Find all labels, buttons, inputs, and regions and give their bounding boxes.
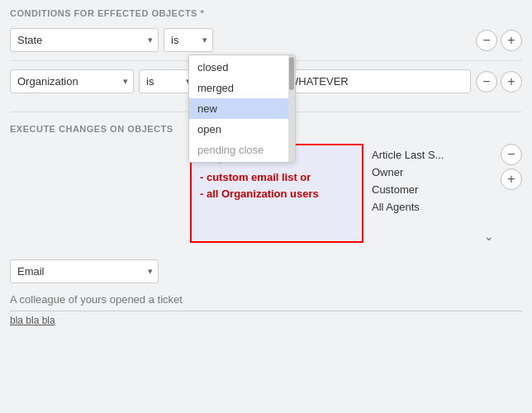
dropdown-item-pending[interactable]: pending close — [189, 140, 295, 160]
org-select-wrapper[interactable]: Organization — [10, 69, 134, 93]
conditions-section: CONDITIONS FOR EFFECTED OBJECTS * State … — [0, 0, 532, 108]
right-list-item-article[interactable]: Article Last S... — [368, 147, 494, 163]
row2-minus-button[interactable]: − — [476, 71, 497, 93]
row1-buttons: − + — [476, 30, 522, 51]
right-list-item-all-agents[interactable]: All Agents — [368, 199, 494, 215]
subject-input[interactable] — [10, 288, 522, 311]
recipients-text: - cutstom email list or- all Organizatio… — [200, 169, 354, 204]
org-select[interactable]: Organization — [10, 69, 134, 93]
row1-plus-button[interactable]: + — [501, 30, 522, 51]
email-row: Email — [10, 259, 183, 283]
row1-minus-button[interactable]: − — [476, 30, 497, 51]
chevron-down-icon[interactable]: ⌄ — [368, 223, 494, 243]
execute-bottom: bla bla bla — [0, 288, 532, 336]
left-panel: Email — [10, 144, 183, 283]
execute-minus-button[interactable]: − — [501, 144, 522, 165]
right-list-item-owner[interactable]: Owner — [368, 164, 494, 180]
body-text: bla bla bla — [10, 311, 522, 330]
row2-buttons: − + — [476, 71, 522, 93]
conditions-label: CONDITIONS FOR EFFECTED OBJECTS * — [0, 0, 532, 23]
dropdown-item-closed[interactable]: closed — [189, 57, 295, 78]
dropdown-item-new[interactable]: new — [189, 98, 295, 119]
right-list: Article Last S... Owner Customer All Age… — [368, 144, 494, 223]
dropdown-items-list: closed merged new open pending close — [189, 55, 295, 162]
email-select-wrapper[interactable]: Email — [10, 259, 159, 283]
dropdown-scrollbar[interactable] — [288, 55, 295, 162]
state-select[interactable]: State — [10, 28, 159, 52]
state-select-wrapper[interactable]: State — [10, 28, 159, 52]
condition-row-1: State is closed merged new open pending … — [0, 23, 532, 57]
email-select[interactable]: Email — [10, 259, 159, 283]
dropdown-item-merged[interactable]: merged — [189, 78, 295, 98]
whatever-input[interactable] — [281, 69, 471, 93]
row2-plus-button[interactable]: + — [501, 71, 522, 93]
right-panel: Article Last S... Owner Customer All Age… — [368, 144, 494, 243]
right-list-item-customer[interactable]: Customer — [368, 182, 494, 197]
execute-buttons: − + — [501, 144, 522, 193]
execute-plus-button[interactable]: + — [501, 169, 522, 190]
dropdown-item-open[interactable]: open — [189, 119, 295, 140]
state-dropdown-popup: closed merged new open pending close — [188, 55, 296, 163]
left-spacer — [10, 144, 183, 251]
dropdown-scrollbar-thumb — [289, 57, 294, 90]
operator-select[interactable]: is — [164, 28, 213, 52]
operator-select-wrapper[interactable]: is — [164, 28, 213, 52]
